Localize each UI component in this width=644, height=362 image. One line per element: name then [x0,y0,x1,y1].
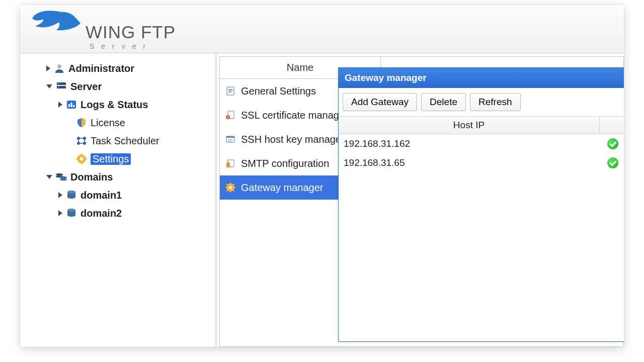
tree-label: domain2 [80,208,122,219]
tree-item-logs-status[interactable]: Logs & Status [20,96,216,114]
tree-label: Logs & Status [80,99,148,111]
check-ok-icon [607,138,618,149]
tree-label: Server [70,81,102,93]
gateway-manager-dialog: Gateway manager Add Gateway Delete Refre… [338,67,624,342]
svg-rect-15 [81,153,82,155]
scheduler-icon [75,135,88,147]
spacer-icon [65,157,72,161]
whale-icon [31,9,82,32]
database-icon [65,207,77,219]
tree-item-license[interactable]: License [20,114,216,132]
svg-rect-16 [81,162,82,164]
item-label: SSL certificate manager [241,110,348,121]
refresh-button[interactable]: Refresh [470,93,521,111]
gateway-row[interactable]: 192.168.31.162 [339,134,624,153]
svg-rect-18 [85,158,87,159]
item-icon [225,158,236,169]
svg-rect-37 [228,141,231,141]
svg-rect-36 [228,139,233,140]
svg-point-26 [67,209,75,212]
delete-button[interactable]: Delete [421,93,466,111]
dialog-title[interactable]: Gateway manager [339,68,624,88]
svg-point-24 [67,191,75,194]
chart-icon [65,99,77,111]
tree-label: Settings [91,153,131,165]
svg-rect-45 [225,187,227,188]
check-ok-icon [607,157,618,168]
app-title: WING FTP [86,22,176,42]
app-window: WING FTP Server Administrator [20,5,624,347]
expand-icon[interactable] [58,210,62,216]
svg-point-42 [229,186,232,189]
svg-rect-6 [68,104,70,107]
expand-icon[interactable] [46,65,50,71]
tree-item-domains[interactable]: Domains [20,168,216,186]
tree-item-administrator[interactable]: Administrator [20,59,216,77]
gateway-row[interactable]: 192.168.31.65 [339,153,624,172]
column-host-ip[interactable]: Host IP [339,120,599,131]
domains-icon [55,171,67,183]
svg-point-22 [60,178,67,181]
svg-point-14 [80,157,84,161]
svg-point-4 [58,87,59,88]
grid-header: Host IP [339,116,624,134]
gear-icon [75,153,88,165]
tree-label: Task Scheduler [91,135,159,147]
svg-point-19 [56,173,63,176]
svg-point-0 [57,64,61,68]
tree-label: Administrator [68,63,134,74]
user-icon [53,62,65,74]
host-ip-cell: 192.168.31.65 [344,157,599,168]
svg-rect-30 [228,92,231,93]
add-gateway-button[interactable]: Add Gateway [343,93,417,111]
svg-rect-29 [228,90,232,92]
tree-item-domain2[interactable]: domain2 [20,204,216,222]
dialog-toolbar: Add Gateway Delete Refresh [339,88,624,116]
sidebar: Administrator Server Logs & Status [20,53,216,347]
svg-rect-44 [230,191,231,193]
status-cell [599,138,624,149]
item-label: General Settings [241,85,316,97]
tree-item-domain1[interactable]: domain1 [20,186,216,204]
tree-item-server[interactable]: Server [20,77,216,96]
server-icon [55,80,67,93]
item-label: SMTP configuration [241,158,329,169]
tree-item-settings[interactable]: Settings [20,150,216,168]
tree-label: License [91,117,125,129]
spacer-icon [65,121,72,125]
item-icon [225,134,236,145]
svg-rect-33 [227,117,228,118]
item-label: Gateway manager [241,182,323,194]
item-icon [225,182,236,193]
tree-label: Domains [70,171,113,183]
svg-rect-8 [73,105,74,107]
status-cell [599,157,624,168]
shield-icon [75,117,88,129]
expand-icon[interactable] [58,102,62,108]
app-logo: WING FTP Server [31,9,167,32]
svg-rect-43 [230,183,231,184]
app-header: WING FTP Server [20,5,624,53]
database-icon [65,189,77,201]
column-status[interactable] [599,117,624,134]
tree-label: domain1 [80,190,122,201]
item-icon [225,110,236,121]
item-label: SSH host key manager [241,134,345,145]
app-subtitle: Server [90,42,152,50]
svg-rect-7 [71,103,72,107]
svg-point-21 [60,176,67,179]
item-icon [225,85,236,97]
tree-item-task-scheduler[interactable]: Task Scheduler [20,132,216,150]
svg-point-3 [58,83,59,84]
svg-rect-35 [226,136,234,138]
svg-rect-46 [234,187,235,188]
spacer-icon [65,139,72,143]
svg-rect-28 [228,89,232,90]
expand-icon[interactable] [46,84,52,88]
expand-icon[interactable] [58,192,62,198]
host-ip-cell: 192.168.31.162 [344,138,599,149]
svg-rect-17 [76,158,78,159]
expand-icon[interactable] [46,175,52,179]
